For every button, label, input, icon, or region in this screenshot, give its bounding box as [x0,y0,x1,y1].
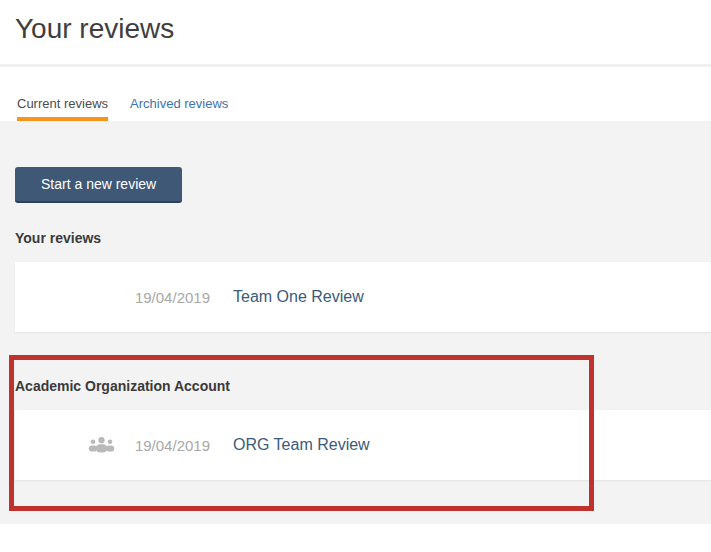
start-new-review-button[interactable]: Start a new review [15,167,182,203]
group-icon [88,437,115,453]
academic-organization-card: 19/04/2019 ORG Team Review [15,410,711,480]
review-date: 19/04/2019 [135,289,210,306]
page-header: Your reviews [0,0,711,67]
content-area: Start a new review Your reviews 19/04/20… [0,121,711,524]
your-reviews-page: Your reviews Current reviews Archived re… [0,0,711,552]
review-link-team-one[interactable]: Team One Review [233,288,364,306]
tab-bar: Current reviews Archived reviews [0,67,711,121]
tab-current-reviews[interactable]: Current reviews [17,96,108,121]
tab-archived-reviews[interactable]: Archived reviews [130,96,228,121]
review-row-org-team[interactable]: 19/04/2019 ORG Team Review [15,410,711,480]
section-heading-academic-organization-account: Academic Organization Account [15,378,711,394]
review-meta: 19/04/2019 [15,289,210,306]
review-link-org-team[interactable]: ORG Team Review [233,436,370,454]
page-title: Your reviews [15,13,696,45]
section-heading-your-reviews: Your reviews [15,230,711,246]
review-meta: 19/04/2019 [15,437,210,454]
review-row-team-one[interactable]: 19/04/2019 Team One Review [15,262,711,332]
your-reviews-card: 19/04/2019 Team One Review [15,262,711,332]
review-date: 19/04/2019 [135,437,210,454]
